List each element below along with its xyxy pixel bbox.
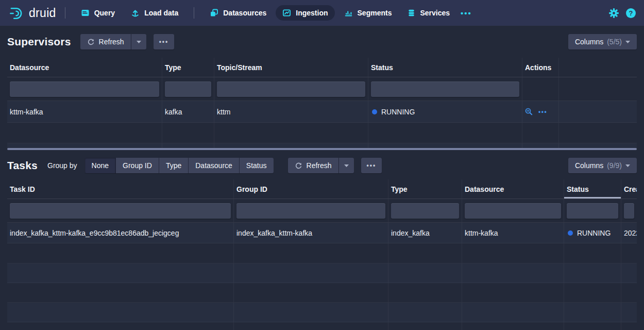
column-header-type[interactable]: Type (388, 179, 462, 199)
group-id-filter-input[interactable] (236, 203, 385, 219)
empty-row (7, 123, 637, 143)
tasks-section: Tasks Group by None Group ID Type Dataso… (0, 150, 644, 330)
column-header-status[interactable]: Status (368, 58, 522, 77)
datasource-cell: kttm-kafka (7, 101, 162, 122)
cell-value: kttm-kafka (465, 229, 498, 237)
supervisors-section: Supervisors Refresh ••• (0, 26, 644, 150)
running-status-dot (568, 230, 573, 236)
column-header-label: Group ID (236, 185, 267, 193)
refresh-icon (295, 162, 302, 170)
group-id-cell: index_kafka_kttm-kafka (234, 223, 388, 243)
type-filter-input[interactable] (165, 81, 211, 97)
help-icon[interactable]: ? (626, 8, 636, 18)
supervisor-row-kttm-kafka: kttm-kafka kafka kttm RUNNING ••• (7, 101, 637, 123)
nav-item-services[interactable]: Services (401, 5, 456, 21)
tasks-title: Tasks (7, 159, 38, 172)
empty-row (7, 243, 637, 263)
tasks-filter-row (7, 199, 637, 223)
nav-item-label: Segments (358, 9, 392, 17)
column-header-label: Type (391, 185, 408, 193)
status-filter-input[interactable] (371, 81, 519, 97)
datasource-filter-input[interactable] (465, 203, 561, 219)
column-header-status-sorted[interactable]: Status (564, 179, 621, 199)
filter-cell (368, 77, 522, 101)
column-header-label: Datasource (10, 63, 49, 72)
nav-item-query[interactable]: Query (74, 5, 122, 21)
refresh-dropdown-button[interactable] (131, 34, 146, 50)
status-filter-input[interactable] (567, 203, 618, 219)
group-by-none-button[interactable]: None (85, 158, 116, 173)
button-label: Type (166, 161, 181, 170)
supervisors-columns-button[interactable]: Columns (5/5) (568, 34, 637, 50)
refresh-button[interactable]: Refresh (80, 34, 131, 50)
topic-stream-cell: kttm (214, 101, 368, 122)
tasks-refresh-split-button: Refresh (288, 158, 354, 173)
tasks-header: Tasks Group by None Group ID Type Dataso… (7, 157, 637, 174)
caret-down-icon (137, 41, 141, 43)
nav-item-label: Services (420, 9, 450, 17)
group-by-datasource-button[interactable]: Datasource (189, 158, 240, 173)
group-by-type-button[interactable]: Type (159, 158, 189, 173)
status-cell: RUNNING (368, 101, 522, 122)
button-label: Status (246, 161, 267, 170)
nav-item-datasources[interactable]: Datasources (203, 5, 273, 21)
empty-row (7, 143, 637, 148)
tasks-more-button[interactable]: ••• (361, 158, 382, 173)
column-header-datasource[interactable]: Datasource (7, 58, 162, 77)
column-header-label: Status (567, 185, 589, 193)
nav-item-ingestion[interactable]: Ingestion (276, 5, 334, 21)
empty-row (7, 322, 637, 330)
status-badge: RUNNING (381, 108, 415, 116)
cell-value: index_kafka_kttm-kafka (236, 229, 312, 237)
cell-value: kafka (165, 108, 182, 116)
datasource-filter-input[interactable] (10, 81, 159, 97)
column-header-label: Task ID (10, 185, 35, 193)
refresh-button[interactable]: Refresh (288, 158, 338, 173)
column-header-topic-stream[interactable]: Topic/Stream (214, 58, 368, 77)
group-by-group-id-button[interactable]: Group ID (116, 158, 159, 173)
console-icon (81, 9, 90, 17)
nav-item-load-data[interactable]: Load data (124, 5, 185, 21)
tasks-table: Task ID Group ID Type Datasource Status … (7, 179, 637, 330)
brand[interactable]: druid (8, 6, 56, 21)
nav-item-segments[interactable]: Segments (337, 5, 399, 21)
column-header-type[interactable]: Type (162, 58, 214, 77)
search-details-icon[interactable] (525, 108, 533, 116)
empty-row (7, 283, 637, 303)
status-badge: RUNNING (577, 229, 611, 237)
columns-label: Columns (575, 161, 603, 170)
group-by-status-button[interactable]: Status (240, 158, 274, 173)
refresh-dropdown-button[interactable] (338, 158, 354, 173)
task-id-filter-input[interactable] (10, 203, 231, 219)
filter-cell (621, 199, 637, 222)
ingestion-icon (282, 9, 291, 17)
filter-cell (388, 199, 462, 222)
nav-item-label: Ingestion (296, 9, 328, 17)
tasks-columns-button[interactable]: Columns (9/9) (568, 158, 637, 173)
column-header-group-id[interactable]: Group ID (234, 179, 388, 199)
cell-value: kttm-kafka (10, 108, 43, 116)
created-time-filter-input[interactable] (624, 203, 634, 219)
cell-value: index_kafka_kttm-kafka_e9cc9b81ec86adb_j… (10, 229, 179, 237)
supervisors-title: Supervisors (7, 36, 71, 48)
columns-count: (5/5) (607, 38, 622, 46)
topic-stream-filter-input[interactable] (217, 81, 365, 97)
supervisors-more-button[interactable]: ••• (154, 34, 175, 50)
horizontal-scrollbar[interactable] (7, 148, 637, 150)
column-header-datasource[interactable]: Datasource (462, 179, 564, 199)
type-filter-input[interactable] (391, 203, 459, 219)
settings-gear-icon[interactable] (609, 8, 619, 18)
column-header-task-id[interactable]: Task ID (7, 179, 234, 199)
column-header-created-time[interactable]: Created time (621, 179, 637, 199)
row-more-actions-icon[interactable]: ••• (538, 108, 547, 116)
status-cell: RUNNING (564, 223, 621, 243)
supervisors-table-header-row: Datasource Type Topic/Stream Status Acti… (7, 58, 637, 77)
column-header-label: Type (165, 63, 181, 72)
column-header-actions: Actions (522, 58, 559, 77)
services-icon (408, 9, 415, 17)
column-header-label: Actions (525, 63, 551, 72)
supervisors-table: Datasource Type Topic/Stream Status Acti… (7, 58, 637, 150)
created-time-cell: 2022 (621, 223, 637, 243)
filter-cell (7, 199, 234, 222)
nav-more-icon[interactable]: ••• (461, 9, 472, 18)
